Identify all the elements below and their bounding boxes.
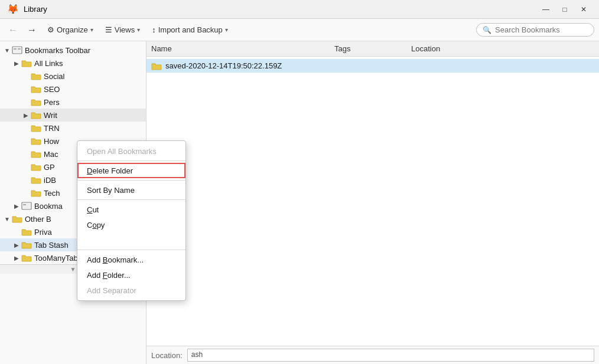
folder-icon-idb <box>31 176 41 184</box>
column-header-tags: Tags <box>334 44 411 53</box>
ctx-sort-by-name-label: Sort By Name <box>87 186 135 195</box>
ctx-copy[interactable]: Copy <box>77 217 185 232</box>
views-button[interactable]: ☰ Views ▾ <box>100 23 145 37</box>
ctx-cut-label: Cut <box>87 205 99 214</box>
ctx-separator-3 <box>77 199 185 200</box>
window-title: Library <box>24 5 47 14</box>
organize-label: Organize <box>57 25 88 34</box>
sidebar-item-bookmarks-toolbar[interactable]: Bookmarks Toolbar <box>0 44 146 57</box>
sidebar-label-social: Social <box>44 72 64 81</box>
folder-icon-how <box>31 137 41 145</box>
column-header-location: Location <box>411 44 594 53</box>
sidebar-label-mac: Mac <box>44 150 58 159</box>
scroll-down-icon: ▼ <box>70 266 76 273</box>
bookmarks-menu-icon <box>21 202 32 210</box>
minimize-button[interactable]: — <box>538 3 554 16</box>
search-input[interactable] <box>495 25 588 34</box>
sidebar-item-all-links[interactable]: All Links <box>0 57 146 70</box>
ctx-copy-label: Copy <box>87 221 105 229</box>
ctx-open-all-label: Open All Bookmarks <box>87 147 157 156</box>
import-backup-arrow-icon: ▾ <box>225 27 228 33</box>
ctx-separator-4 <box>77 250 185 250</box>
folder-icon-trn <box>31 124 41 132</box>
toggle-arrow-toomanytabs <box>12 253 21 263</box>
ctx-sort-by-name[interactable]: Sort By Name <box>77 182 185 198</box>
ctx-separator-2 <box>77 180 185 181</box>
file-list: saved-2020-12-14T19:50:22.159Z <box>147 57 599 346</box>
column-header-name: Name <box>151 44 334 53</box>
folder-icon-seo <box>31 85 41 93</box>
search-icon: 🔍 <box>483 26 491 34</box>
folder-icon-writ <box>31 111 41 119</box>
sidebar-label-gp: GP <box>44 163 55 172</box>
ctx-add-folder[interactable]: Add Folder... <box>77 267 185 283</box>
sidebar-label-writ: Writ <box>44 111 57 120</box>
title-bar: 🦊 Library — □ ✕ <box>0 0 599 19</box>
import-backup-button[interactable]: ↕ Import and Backup ▾ <box>147 23 233 37</box>
cut-underline: C <box>87 205 92 214</box>
ctx-separator-1 <box>77 160 185 161</box>
sidebar-label-tech: Tech <box>44 189 60 198</box>
svg-rect-2 <box>18 48 21 50</box>
sidebar-item-social[interactable]: Social <box>0 70 146 83</box>
sidebar-item-trn[interactable]: TRN <box>0 122 146 135</box>
folder-icon-other-bookmarks <box>12 215 22 223</box>
forward-icon: → <box>27 25 37 35</box>
svg-rect-1 <box>14 48 17 50</box>
context-menu: Open All Bookmarks Delete Folder Sort By… <box>77 140 186 301</box>
bookmarks-toolbar-icon <box>12 46 22 54</box>
ctx-paste[interactable] <box>77 232 185 248</box>
ctx-add-separator-label: Add Separator <box>87 286 136 295</box>
sidebar-label-pers: Pers <box>44 98 60 107</box>
gear-icon: ⚙ <box>47 25 54 34</box>
title-bar-left: 🦊 Library <box>7 4 47 15</box>
forward-button[interactable]: → <box>24 22 40 38</box>
location-display: ash <box>187 349 594 362</box>
file-item-backup[interactable]: saved-2020-12-14T19:50:22.159Z <box>147 59 599 73</box>
ctx-cut[interactable]: Cut <box>77 202 185 217</box>
sidebar-item-writ[interactable]: Writ <box>0 109 146 122</box>
ctx-add-bookmark-label: Add Bookmark... <box>87 255 144 264</box>
ctx-add-bookmark[interactable]: Add Bookmark... <box>77 252 185 267</box>
ctx-delete-folder-label: Delete Folder <box>87 166 133 175</box>
folder-icon-gp <box>31 163 41 171</box>
maximize-button[interactable]: □ <box>556 3 573 16</box>
file-name-backup: saved-2020-12-14T19:50:22.159Z <box>165 61 282 70</box>
folder-icon-social <box>31 72 41 80</box>
sidebar-label-idb: iDB <box>44 176 56 185</box>
views-arrow-icon: ▾ <box>137 27 140 33</box>
bottom-bar: Location: ash <box>147 346 599 364</box>
toggle-arrow-other-bookmarks <box>2 214 12 224</box>
folder-icon-toomanytabs <box>21 254 32 262</box>
sidebar-label-how: How <box>44 137 59 146</box>
back-button[interactable]: ← <box>5 22 21 38</box>
import-backup-label: Import and Backup <box>158 25 223 34</box>
toggle-arrow-bookmarks-menu <box>12 201 21 211</box>
toggle-arrow-bookmarks-toolbar <box>2 45 12 55</box>
ctx-add-separator[interactable]: Add Separator <box>77 283 185 298</box>
file-folder-icon <box>151 62 162 70</box>
folder-icon-mac <box>31 150 41 158</box>
sidebar-label-seo: SEO <box>44 85 60 94</box>
sidebar-label-trn: TRN <box>44 124 60 133</box>
right-panel: Name Tags Location saved-2020-12-14T19:5… <box>147 41 599 364</box>
sidebar-label-bookmarks-toolbar: Bookmarks Toolbar <box>25 46 90 55</box>
organize-button[interactable]: ⚙ Organize ▾ <box>43 23 98 37</box>
ctx-delete-folder[interactable]: Delete Folder <box>77 163 185 178</box>
import-backup-icon: ↕ <box>152 25 156 34</box>
search-box: 🔍 <box>476 23 594 37</box>
sidebar-item-seo[interactable]: SEO <box>0 83 146 96</box>
svg-rect-3 <box>22 202 31 209</box>
organize-arrow-icon: ▾ <box>90 27 93 33</box>
close-button[interactable]: ✕ <box>575 3 592 16</box>
toggle-arrow-writ <box>21 110 31 120</box>
toggle-arrow-tab-stash <box>12 240 21 250</box>
ctx-open-all-bookmarks[interactable]: Open All Bookmarks <box>77 143 185 159</box>
column-headers: Name Tags Location <box>147 41 599 57</box>
sidebar-item-pers[interactable]: Pers <box>0 96 146 109</box>
location-label: Location: <box>151 351 183 360</box>
views-icon: ☰ <box>105 25 112 34</box>
title-bar-controls: — □ ✕ <box>538 3 592 16</box>
folder-underline: F <box>103 271 108 280</box>
toggle-arrow-all-links <box>12 58 21 68</box>
